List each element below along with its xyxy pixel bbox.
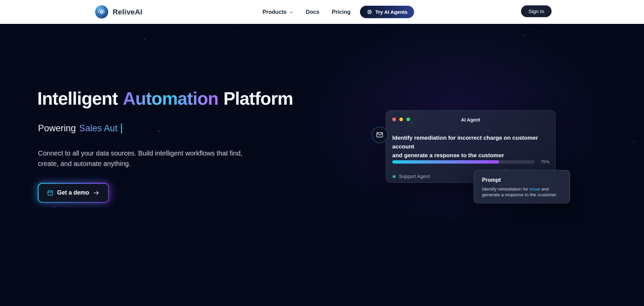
star-dot [451,217,452,218]
nav-item-products[interactable]: Products [263,9,293,15]
hero-description: Connect to all your data sources. Build … [38,148,242,169]
primary-nav: Products Docs Pricing Try AI Agents [263,0,414,24]
status-dot-icon [393,175,396,178]
nav-item-docs[interactable]: Docs [306,9,319,15]
try-ai-agents-label: Try AI Agents [375,9,408,15]
agent-task-line2: and generate a response to the customer [392,151,549,160]
prompt-title: Prompt [482,177,562,183]
star-dot [54,206,55,207]
agent-task-line1: Identify remediation for incorrect charg… [392,134,549,151]
agent-status: Support Agent [393,174,430,179]
hero-description-line1: Connect to all your data sources. Build … [38,148,242,159]
prompt-body-post: and [540,186,549,192]
star-dot [618,50,619,52]
star-dot [633,141,634,142]
subtitle-typed-text: Sales Aut [79,123,118,134]
agent-task-text: Identify remediation for incorrect charg… [392,134,549,160]
prompt-body-line2: generate a response to the customer [482,192,556,197]
get-demo-button-inner[interactable]: Get a demo [39,184,108,202]
agent-avatar [371,127,388,143]
get-demo-label: Get a demo [57,189,89,196]
star-dot [114,255,115,256]
prompt-tooltip-card: Prompt Identify remediation for issue an… [474,170,570,203]
title-word-intelligent: Intelligent [37,88,118,109]
try-ai-agents-button[interactable]: Try AI Agents [360,6,414,18]
prompt-body-pre: Identify remediation for [482,186,529,192]
sign-in-button[interactable]: Sign In [521,5,552,17]
star-dot [237,30,238,31]
brand-name: ReliveAI [113,8,142,16]
typing-cursor [121,124,122,134]
subtitle-prefix: Powering [38,123,76,134]
calendar-icon [47,190,53,196]
star-dot [239,233,240,234]
nav-item-products-label: Products [263,9,287,15]
star-dot [40,69,41,70]
teal-particle [158,131,159,132]
star-dot [524,35,525,36]
mail-icon [376,131,384,139]
typewriter-subtitle: Powering Sales Aut [38,123,122,134]
chip-icon [367,9,372,15]
get-demo-button[interactable]: Get a demo [38,183,109,203]
agent-progress: 75% [392,159,550,164]
reliveai-logo-icon [95,5,108,19]
title-word-platform: Platform [224,88,293,109]
nav-item-pricing[interactable]: Pricing [332,9,351,15]
chevron-down-icon [289,9,293,14]
star-dot [145,39,146,40]
title-word-automation: Automation [123,88,218,109]
prompt-issue-link[interactable]: issue [529,186,540,192]
brand[interactable]: ReliveAI [95,0,142,24]
agent-status-label: Support Agent [399,174,430,179]
progress-track [392,160,535,164]
progress-percent-label: 75% [539,159,550,164]
progress-fill [392,160,499,164]
agent-window-title: AI Agent [386,117,555,123]
prompt-body: Identify remediation for issue and gener… [482,186,562,198]
arrow-right-icon [93,190,99,196]
star-dot [330,240,331,241]
page-title: Intelligent Automation Platform [37,88,293,109]
hero-description-line2: create, and automate anything. [38,159,242,169]
top-navbar: ReliveAI Products Docs Pricing Try AI Ag… [0,0,644,24]
